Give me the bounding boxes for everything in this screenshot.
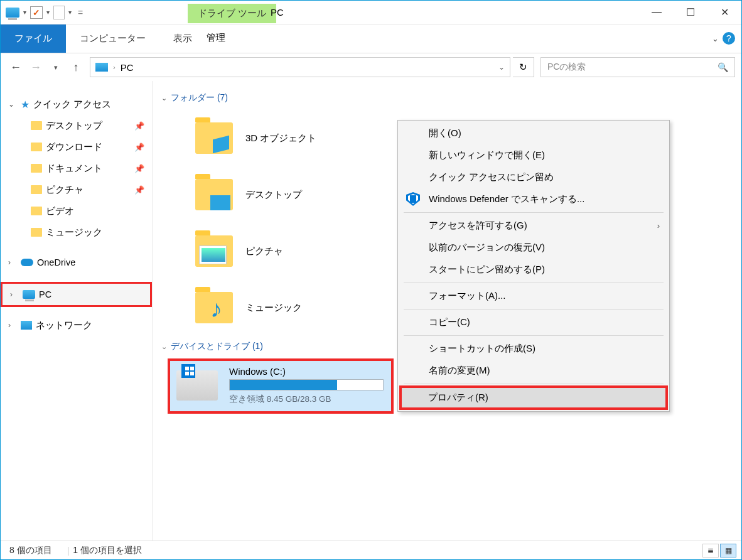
address-bar[interactable]: › PC ⌄ <box>90 57 510 77</box>
network-icon <box>21 321 32 330</box>
search-placeholder: PCの検索 <box>547 62 586 73</box>
tree-documents[interactable]: ドキュメント 📌 <box>1 158 152 179</box>
forward-button[interactable]: → <box>27 58 45 76</box>
ctx-restore-previous[interactable]: 以前のバージョンの復元(V) <box>400 237 667 259</box>
drive-c[interactable]: Windows (C:) 空き領域 8.45 GB/28.3 GB <box>168 358 394 414</box>
separator <box>404 283 664 283</box>
group-folders-header[interactable]: ⌄ フォルダー (7) <box>161 92 736 104</box>
pc-icon <box>95 63 108 72</box>
caret-down-icon[interactable]: ⌄ <box>8 100 17 109</box>
tree-downloads[interactable]: ダウンロード 📌 <box>1 136 152 158</box>
tree-label: PC <box>39 289 51 299</box>
chevron-right-icon: › <box>657 221 660 230</box>
tree-desktop[interactable]: デスクトップ 📌 <box>1 115 152 136</box>
folder-icon <box>31 121 42 130</box>
close-button[interactable]: ✕ <box>707 1 741 23</box>
tree-label: ビデオ <box>46 205 74 217</box>
status-selected-count: 1 個の項目を選択 <box>73 545 142 556</box>
tab-computer[interactable]: コンピューター <box>66 25 159 52</box>
folder-label: デスクトップ <box>245 189 302 201</box>
chevron-down-icon[interactable]: ▾ <box>68 9 72 16</box>
tab-manage[interactable]: 管理 <box>189 24 243 51</box>
tree-pc[interactable]: › PC <box>1 282 152 307</box>
pin-icon: 📌 <box>134 121 144 131</box>
tree-label: クイック アクセス <box>33 99 111 110</box>
folder-icon <box>31 207 42 215</box>
ctx-label: 名前の変更(M) <box>429 365 490 375</box>
ctx-grant-access[interactable]: アクセスを許可する(G) › <box>400 215 667 237</box>
ctx-label: クイック アクセスにピン留め <box>429 171 554 182</box>
chevron-down-icon[interactable]: ⌄ <box>161 94 167 102</box>
drive-tools-context-tab[interactable]: ドライブ ツール <box>188 4 276 23</box>
group-label: デバイスとドライブ (1) <box>171 341 263 352</box>
star-icon: ★ <box>21 99 30 110</box>
shield-icon <box>406 192 420 206</box>
chevron-right-icon[interactable]: › <box>113 63 116 71</box>
tree-pictures[interactable]: ピクチャ 📌 <box>1 179 152 200</box>
ctx-copy[interactable]: コピー(C) <box>400 311 667 333</box>
refresh-button[interactable]: ↻ <box>513 57 534 77</box>
ctx-create-shortcut[interactable]: ショートカットの作成(S) <box>400 338 667 360</box>
qat: ▾ ✓ ▾ ▾ = <box>1 6 88 19</box>
ctx-open[interactable]: 開く(O) <box>400 122 667 144</box>
tree-onedrive[interactable]: › OneDrive <box>1 252 152 273</box>
maximize-button[interactable]: ☐ <box>674 1 707 23</box>
address-dropdown-icon[interactable]: ⌄ <box>498 63 505 72</box>
ctx-format[interactable]: フォーマット(A)... <box>400 285 667 307</box>
search-input[interactable]: PCの検索 🔍 <box>540 57 735 77</box>
title-bar: ▾ ✓ ▾ ▾ = ドライブ ツール PC — ☐ ✕ <box>1 1 741 24</box>
up-button[interactable]: ↑ <box>67 58 85 76</box>
tree-videos[interactable]: ビデオ <box>1 200 152 222</box>
window-title: PC <box>271 7 284 18</box>
chevron-right-icon[interactable]: › <box>8 258 17 267</box>
search-icon: 🔍 <box>718 62 728 72</box>
drive-capacity-bar <box>229 379 384 390</box>
properties-qat-icon[interactable]: ✓ <box>30 6 43 19</box>
ctx-label: フォーマット(A)... <box>429 290 506 301</box>
folder-icon <box>195 122 233 154</box>
folder-icon <box>195 235 233 267</box>
recent-locations-button[interactable]: ▾ <box>47 58 65 76</box>
tab-file[interactable]: ファイル <box>1 24 66 53</box>
ctx-pin-quick-access[interactable]: クイック アクセスにピン留め <box>400 166 667 188</box>
view-details-button[interactable]: ≣ <box>702 544 719 557</box>
help-icon[interactable]: ? <box>723 32 735 45</box>
tree-label: ネットワーク <box>36 320 92 331</box>
ctx-properties[interactable]: プロパティ(R) <box>399 385 668 410</box>
folder-icon <box>31 164 42 173</box>
status-bar: 8 個の項目 | 1 個の項目を選択 ≣ ▦ <box>1 541 741 559</box>
tree-music[interactable]: ミュージック <box>1 222 152 243</box>
chevron-right-icon[interactable]: › <box>10 290 19 299</box>
qat-overflow[interactable]: = <box>78 8 83 18</box>
chevron-right-icon[interactable]: › <box>8 321 17 330</box>
chevron-down-icon[interactable]: ▾ <box>23 9 26 16</box>
ctx-open-new-window[interactable]: 新しいウィンドウで開く(E) <box>400 144 667 166</box>
view-tiles-button[interactable]: ▦ <box>720 544 736 557</box>
separator <box>404 384 664 384</box>
tree-label: OneDrive <box>37 257 75 267</box>
tree-quick-access[interactable]: ⌄ ★ クイック アクセス <box>1 94 152 115</box>
ribbon-expand-icon[interactable]: ⌄ <box>712 34 719 43</box>
ctx-label: 以前のバージョンの復元(V) <box>429 242 545 252</box>
ctx-windows-defender-scan[interactable]: Windows Defender でスキャンする... <box>400 188 667 210</box>
nav-tree: ⌄ ★ クイック アクセス デスクトップ 📌 ダウンロード 📌 ドキュメント 📌… <box>1 81 153 541</box>
ctx-pin-start[interactable]: スタートにピン留めする(P) <box>400 259 667 281</box>
pin-icon: 📌 <box>134 143 144 152</box>
file-icon[interactable] <box>53 6 65 19</box>
pc-icon <box>23 290 35 299</box>
breadcrumb-pc[interactable]: PC <box>121 62 134 73</box>
tree-network[interactable]: › ネットワーク <box>1 315 152 336</box>
chevron-down-icon[interactable]: ⌄ <box>161 343 167 351</box>
folder-icon <box>31 228 42 237</box>
ctx-label: スタートにピン留めする(P) <box>429 264 545 274</box>
back-button[interactable]: ← <box>7 58 24 76</box>
separator <box>404 335 664 336</box>
folder-label: ミュージック <box>245 302 302 314</box>
group-label: フォルダー (7) <box>171 92 228 104</box>
folder-label: 3D オブジェクト <box>245 132 316 144</box>
ctx-rename[interactable]: 名前の変更(M) <box>400 360 667 382</box>
chevron-down-icon[interactable]: ▾ <box>46 9 50 16</box>
folder-icon <box>31 185 42 194</box>
ctx-label: ショートカットの作成(S) <box>429 343 535 353</box>
minimize-button[interactable]: — <box>640 1 674 23</box>
